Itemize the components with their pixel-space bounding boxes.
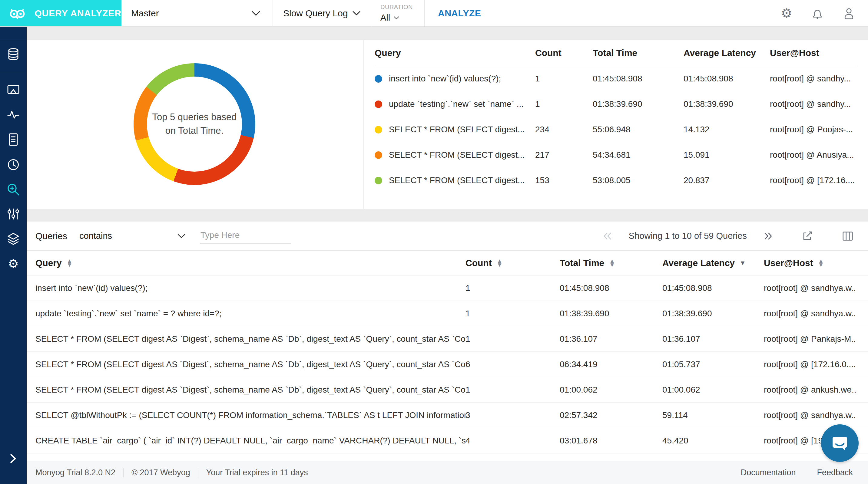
total-time-value: 01:45:08.908 (560, 283, 662, 293)
sort-icon: ▲▼ (819, 259, 823, 267)
footer-divider (198, 468, 198, 477)
table-row[interactable]: update `testing`.`new` set `name` ... 1 … (375, 91, 856, 117)
column-header-average-latency: Average Latency (684, 48, 770, 58)
count-value: 1 (535, 99, 593, 109)
user-host-value: root[root] @ Poojas-... (770, 125, 856, 134)
count-value: 4 (465, 436, 560, 446)
column-header-total-time: Total Time (593, 48, 684, 58)
user-host-value: root[root] @ sandhya.w... (764, 283, 856, 293)
brand-block: QUERY ANALYZER (0, 0, 121, 26)
history-clock-icon (7, 158, 20, 171)
sidebar-item-history[interactable] (0, 158, 27, 171)
sidebar-divider (0, 41, 27, 41)
sidebar-item-reports[interactable] (0, 133, 27, 146)
column-header-user-host[interactable]: User@Host ▲▼ (764, 258, 856, 268)
table-row[interactable]: SELECT @tblWithoutPk := (SELECT COUNT(*)… (27, 402, 868, 428)
count-value: 153 (535, 175, 593, 185)
average-latency-value: 14.132 (684, 125, 770, 134)
average-latency-value: 01:36.107 (662, 334, 764, 344)
duration-value: All (380, 13, 390, 23)
total-time-value: 03:01.678 (560, 436, 662, 446)
table-row[interactable]: insert into `new`(id) values(?); 1 01:45… (27, 276, 868, 301)
sidebar-item-dashboard[interactable] (0, 83, 27, 97)
next-page-icon[interactable] (763, 231, 773, 240)
table-row[interactable]: CREATE TABLE `air_cargo` ( `air_id` INT(… (27, 428, 868, 453)
sort-icon: ▲▼ (610, 259, 614, 267)
count-value: 1 (465, 334, 560, 344)
count-value: 1 (465, 309, 560, 318)
top5-table: Query Count Total Time Average Latency U… (364, 40, 868, 209)
total-time-value: 01:38:39.690 (593, 99, 684, 109)
total-time-value: 01:45:08.908 (593, 74, 684, 84)
analyze-button[interactable]: ANALYZE (438, 0, 481, 26)
queries-panel: Queries contains Showing 1 to 10 of 59 Q… (27, 222, 868, 461)
query-text: update `testing`.`new` set `name` ... (389, 99, 524, 109)
column-header-query[interactable]: Query ▲▼ (35, 258, 465, 268)
count-value: 6 (465, 360, 560, 369)
chevron-down-icon (394, 16, 399, 20)
table-row[interactable]: update `testing`.`new` set `name` = ? wh… (27, 301, 868, 326)
sidebar-item-settings[interactable]: ⚙ (0, 257, 27, 270)
total-time-value: 55:06.948 (593, 125, 684, 134)
sort-desc-icon: ▼ (741, 260, 744, 266)
server-dropdown[interactable]: Master (121, 0, 273, 26)
series-color-dot (375, 100, 382, 108)
table-row[interactable]: insert into `new`(id) values(?); 1 01:45… (375, 66, 856, 91)
duration-label: DURATION (380, 4, 413, 10)
notifications-bell-icon[interactable] (811, 7, 824, 20)
top-header: QUERY ANALYZER Master Slow Query Log DUR… (0, 0, 868, 27)
export-share-icon[interactable] (801, 230, 813, 243)
report-document-icon (7, 133, 20, 146)
query-text: SELECT * FROM (SELECT digest AS `Digest`… (35, 360, 465, 369)
trial-notice-text: Your Trial expires in 11 days (206, 468, 308, 477)
sidebar-expand-button[interactable] (0, 452, 27, 465)
sidebar-item-query-analyzer[interactable] (0, 183, 27, 196)
settings-gear-icon[interactable]: ⚙ (781, 7, 792, 20)
donut-center-label: Top 5 queries based on Total Time. (149, 110, 240, 138)
chevron-down-icon (251, 10, 260, 16)
server-dropdown-value: Master (131, 8, 159, 19)
column-header-count: Count (535, 48, 593, 58)
total-time-value: 01:00.062 (560, 385, 662, 395)
sidebar-item-servers[interactable] (0, 47, 27, 61)
filter-search-input[interactable] (200, 229, 291, 244)
query-text: insert into `new`(id) values(?); (35, 283, 465, 293)
footer-bar: Monyog Trial 8.2.0 N2 © 2017 Webyog Your… (27, 461, 868, 484)
log-type-dropdown[interactable]: Slow Query Log (273, 0, 371, 26)
user-profile-icon[interactable] (842, 7, 855, 20)
table-row[interactable]: SELECT * FROM (SELECT digest AS `Digest`… (27, 352, 868, 377)
monyog-owl-logo-icon (8, 6, 26, 21)
pagination-status: Showing 1 to 10 of 59 Queries (629, 231, 747, 241)
screen-monitor-icon (7, 83, 20, 97)
previous-page-icon[interactable] (603, 231, 613, 240)
table-row[interactable]: SELECT * FROM (SELECT digest AS `Digest`… (27, 377, 868, 402)
column-chooser-icon[interactable] (841, 230, 854, 243)
column-header-average-latency[interactable]: Average Latency ▼ (662, 258, 764, 268)
table-row[interactable]: SELECT * FROM (SELECT digest... 153 53:0… (375, 168, 856, 193)
average-latency-value: 01:05.737 (662, 360, 764, 369)
table-row[interactable]: SELECT * FROM (SELECT digest AS `Digest`… (27, 326, 868, 352)
feedback-link[interactable]: Feedback (817, 468, 853, 477)
query-text: SELECT * FROM (SELECT digest AS `Digest`… (35, 334, 465, 344)
average-latency-value: 15.091 (684, 150, 770, 160)
duration-dropdown[interactable]: DURATION All (371, 0, 425, 26)
column-header-count[interactable]: Count ▲▼ (465, 258, 560, 268)
documentation-link[interactable]: Documentation (741, 468, 796, 477)
top5-table-header: Query Count Total Time Average Latency U… (375, 40, 856, 66)
count-value: 1 (465, 385, 560, 395)
settings-gear-icon: ⚙ (8, 258, 19, 270)
table-row[interactable]: SELECT * FROM (SELECT digest... 217 54:3… (375, 142, 856, 168)
filter-operator-dropdown[interactable]: contains (79, 231, 185, 241)
total-time-value: 54:34.681 (593, 150, 684, 160)
sidebar-item-monitors[interactable] (0, 108, 27, 121)
search-plus-icon (6, 183, 20, 196)
count-value: 1 (465, 283, 560, 293)
table-row[interactable]: SELECT * FROM (SELECT digest... 234 55:0… (375, 117, 856, 142)
filter-field-label: Queries (35, 231, 67, 241)
column-header-total-time[interactable]: Total Time ▲▼ (560, 258, 662, 268)
sidebar-item-tools[interactable] (0, 207, 27, 221)
support-chat-button[interactable] (821, 424, 859, 462)
chevron-down-icon (352, 10, 361, 16)
donut-chart: Top 5 queries based on Total Time. (133, 63, 255, 185)
sidebar-item-servers-group[interactable] (0, 232, 27, 246)
